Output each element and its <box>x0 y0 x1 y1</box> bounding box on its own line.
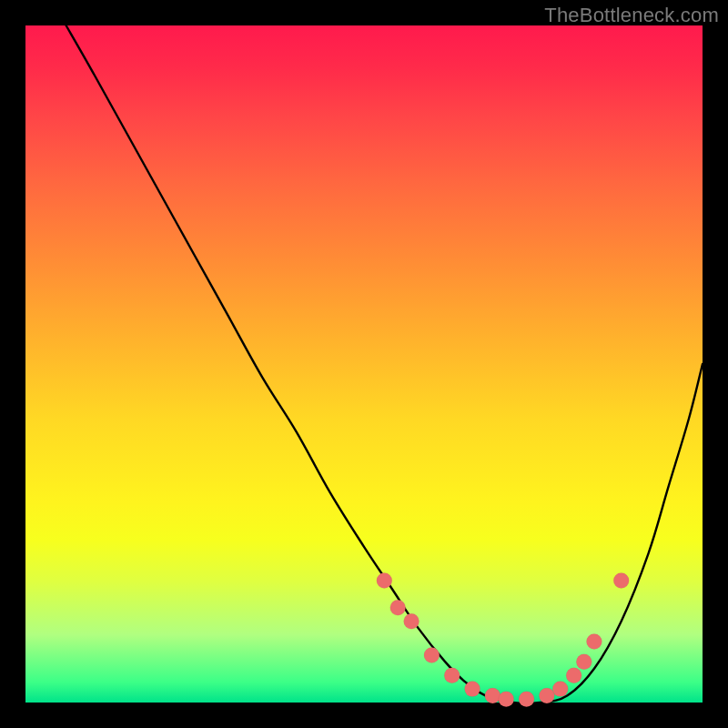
marker-dot <box>424 647 440 662</box>
marker-dot <box>576 654 592 670</box>
marker-dots-group <box>377 573 629 707</box>
marker-dot <box>465 682 480 697</box>
marker-dot <box>613 573 629 589</box>
marker-dot <box>485 688 500 703</box>
marker-dot <box>552 682 568 697</box>
marker-dot <box>444 668 460 683</box>
marker-dot <box>377 573 392 589</box>
bottleneck-curve <box>66 25 703 703</box>
marker-dot <box>404 613 420 629</box>
marker-dot <box>566 668 581 683</box>
marker-dot <box>586 634 602 650</box>
marker-dot <box>390 600 406 615</box>
bottleneck-chart-svg <box>25 25 703 703</box>
chart-plot-area <box>25 25 703 703</box>
marker-dot <box>519 692 534 707</box>
marker-dot <box>539 688 554 703</box>
marker-dot <box>499 692 514 707</box>
watermark-text: TheBottleneck.com <box>544 4 719 27</box>
